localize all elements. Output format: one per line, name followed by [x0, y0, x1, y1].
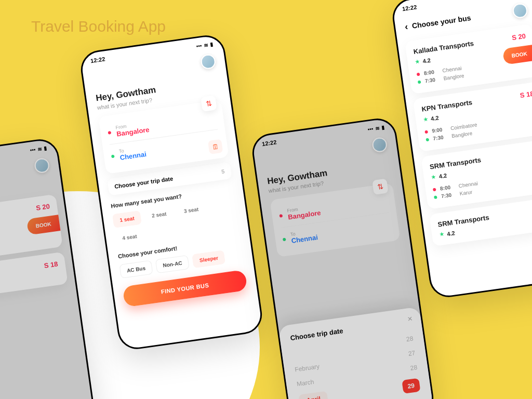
bus-card[interactable]: S 20 Kallada Transports ★4.2 BOOK 8:00Ch… — [405, 24, 532, 94]
bus-card[interactable]: SRM Transports ★4.2 8:00Chennai 7:30Karu… — [421, 139, 532, 209]
status-time: 12:22 — [90, 56, 105, 64]
bus-price: S 18 — [520, 90, 532, 100]
bus-card[interactable]: S 18 KPN Transports ★4.2 9:00Coimbatore … — [413, 82, 532, 152]
date-prompt: Choose your trip date — [114, 175, 174, 190]
bus-rating: 4.2 — [422, 57, 431, 64]
bus-price: S 18 — [44, 260, 59, 270]
back-icon[interactable]: ‹ — [404, 21, 409, 33]
close-icon[interactable]: × — [407, 314, 413, 324]
comfort-option[interactable]: AC Bus — [119, 260, 153, 278]
star-icon: ★ — [415, 58, 421, 65]
seat-option[interactable]: 1 seat — [112, 210, 142, 228]
swap-icon[interactable]: ⇅ — [201, 96, 217, 112]
bus-rating: 4.2 — [447, 230, 456, 237]
comfort-option[interactable]: Non-AC — [155, 255, 190, 274]
star-icon: ★ — [422, 115, 429, 123]
route-card: ⇅ FromBangalore ToChennai 🗓 — [98, 100, 229, 174]
bus-rating: 4.2 — [430, 114, 439, 122]
bus-card[interactable]: S 18 KPN Transports ★4.2 — [0, 252, 68, 302]
calendar-icon[interactable]: 🗓 — [208, 139, 223, 154]
status-time: 12:22 — [402, 4, 417, 12]
swap-icon[interactable]: ⇅ — [372, 179, 389, 195]
avatar[interactable] — [200, 54, 217, 70]
phone-datepicker: 12:22 ▪▪▪≋▮ Hey, Gowtham what is your ne… — [250, 116, 436, 399]
page-title: Travel Booking App — [31, 18, 166, 35]
avatar[interactable] — [34, 157, 50, 174]
seat-option[interactable]: 2 seat — [144, 206, 175, 223]
bus-price: S 20 — [35, 202, 50, 212]
dot-icon — [108, 131, 111, 135]
dot-icon — [111, 154, 115, 158]
bus-price: S 20 — [511, 32, 526, 42]
avatar[interactable] — [371, 137, 388, 153]
avatar[interactable] — [512, 3, 528, 19]
date-value: 5 — [221, 168, 225, 175]
seat-option[interactable]: 4 seat — [115, 228, 145, 246]
comfort-option[interactable]: Sleeper — [192, 250, 225, 268]
route-card: ⇅ FromBangalore ToChennai — [270, 183, 400, 257]
star-icon: ★ — [439, 231, 445, 238]
star-icon: ★ — [431, 173, 437, 180]
bus-rating: 4.2 — [438, 172, 447, 179]
seat-option[interactable]: 3 seat — [176, 201, 206, 219]
status-time: 12:22 — [261, 139, 277, 147]
date-sheet: × Choose trip date 28 February27 March28… — [278, 307, 434, 399]
